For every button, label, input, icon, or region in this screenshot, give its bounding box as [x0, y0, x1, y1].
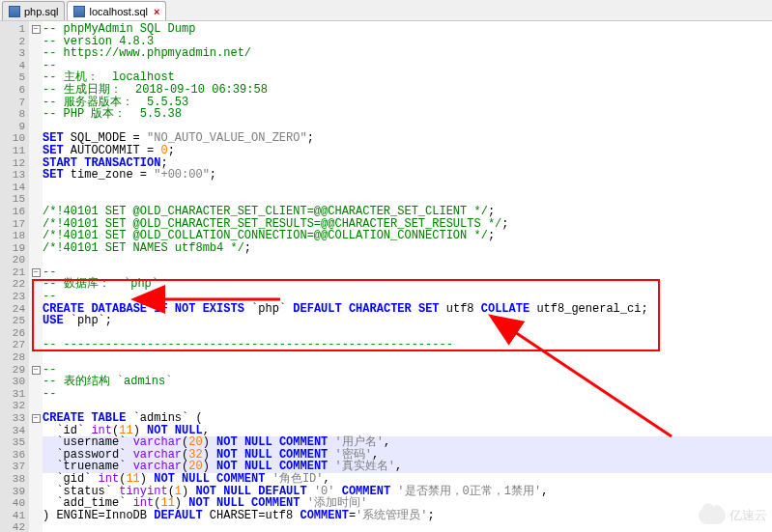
fold-cell	[29, 254, 43, 266]
watermark-text: 亿速云	[729, 507, 767, 524]
fold-cell	[29, 169, 43, 182]
fold-cell	[29, 497, 43, 510]
fold-cell	[29, 193, 43, 206]
line-number: 1	[0, 23, 29, 36]
line-number: 42	[0, 521, 29, 532]
code-line[interactable]: -- PHP 版本： 5.5.38	[43, 108, 772, 121]
code-line[interactable]: -- https://www.phpmyadmin.net/	[43, 47, 772, 60]
fold-cell	[29, 47, 43, 60]
tab-localhost-sql[interactable]: localhost.sql ×	[67, 1, 166, 20]
line-number: 16	[0, 206, 29, 218]
tab-php-sql[interactable]: php.sql	[2, 1, 65, 20]
save-icon	[73, 6, 85, 17]
line-number: 30	[0, 376, 29, 388]
code-line[interactable]: /*!40101 SET NAMES utf8mb4 */;	[43, 242, 772, 255]
line-number: 8	[0, 108, 29, 121]
fold-cell	[29, 449, 43, 462]
fold-cell	[29, 315, 43, 327]
line-number: 3	[0, 47, 29, 60]
fold-cell[interactable]: −	[29, 266, 43, 279]
line-number: 18	[0, 230, 29, 242]
fold-cell	[29, 108, 43, 121]
line-number: 2	[0, 36, 29, 48]
fold-cell[interactable]: −	[29, 23, 43, 36]
code-line[interactable]: -- -------------------------------------…	[43, 339, 772, 351]
line-number: 39	[0, 486, 29, 498]
fold-cell	[29, 278, 43, 291]
fold-minus-icon[interactable]: −	[32, 366, 41, 375]
code-line[interactable]: CREATE DATABASE IF NOT EXISTS `php` DEFA…	[43, 303, 772, 316]
fold-cell	[29, 376, 43, 388]
cloud-icon	[699, 507, 726, 524]
fold-cell	[29, 121, 43, 133]
fold-cell	[29, 71, 43, 84]
fold-cell	[29, 218, 43, 231]
fold-cell	[29, 97, 43, 109]
line-number: 10	[0, 132, 29, 145]
code-area[interactable]: -- phpMyAdmin SQL Dump-- version 4.8.3--…	[43, 21, 772, 532]
code-line[interactable]	[43, 182, 772, 194]
code-line[interactable]: -- 数据库： `php`	[43, 278, 772, 291]
fold-cell	[29, 303, 43, 316]
code-line[interactable]: ) ENGINE=InnoDB DEFAULT CHARSET=utf8 COM…	[43, 510, 772, 522]
code-editor[interactable]: 1234567891011121314151617181920212223242…	[0, 21, 772, 532]
fold-cell[interactable]: −	[29, 412, 43, 425]
fold-cell	[29, 425, 43, 437]
fold-cell	[29, 60, 43, 72]
code-line[interactable]: -- 表的结构 `admins`	[43, 376, 772, 388]
code-line[interactable]: SET time_zone = "+00:00";	[43, 169, 772, 182]
line-number: 34	[0, 425, 29, 437]
fold-cell	[29, 206, 43, 218]
save-icon	[9, 6, 20, 17]
line-number: 31	[0, 388, 29, 401]
fold-cell	[29, 132, 43, 145]
fold-cell	[29, 84, 43, 97]
line-number: 25	[0, 315, 29, 327]
close-icon[interactable]: ×	[154, 6, 159, 17]
line-number: 9	[0, 121, 29, 133]
code-line[interactable]	[43, 351, 772, 364]
line-number: 26	[0, 327, 29, 340]
line-number: 6	[0, 84, 29, 97]
watermark: 亿速云	[699, 507, 767, 524]
line-number: 21	[0, 266, 29, 279]
fold-cell	[29, 242, 43, 255]
code-line[interactable]	[43, 521, 772, 532]
line-number: 14	[0, 182, 29, 194]
line-number: 13	[0, 169, 29, 182]
line-number: 41	[0, 510, 29, 522]
line-number: 22	[0, 278, 29, 291]
fold-cell	[29, 36, 43, 48]
line-number: 5	[0, 71, 29, 84]
fold-minus-icon[interactable]: −	[32, 268, 41, 277]
fold-cell	[29, 230, 43, 242]
line-number: 17	[0, 218, 29, 231]
line-number: 19	[0, 242, 29, 255]
code-line[interactable]: USE `php`;	[43, 315, 772, 327]
line-number: 28	[0, 351, 29, 364]
fold-cell[interactable]: −	[29, 364, 43, 377]
fold-cell	[29, 327, 43, 340]
line-number: 20	[0, 254, 29, 266]
fold-minus-icon[interactable]: −	[32, 414, 41, 423]
code-line[interactable]: --	[43, 388, 772, 401]
fold-cell	[29, 182, 43, 194]
fold-minus-icon[interactable]: −	[32, 25, 41, 34]
line-number: 33	[0, 412, 29, 425]
fold-cell	[29, 145, 43, 157]
line-number-gutter: 1234567891011121314151617181920212223242…	[0, 21, 29, 532]
fold-cell	[29, 486, 43, 498]
fold-cell	[29, 461, 43, 473]
fold-column[interactable]: −−−−	[29, 21, 43, 532]
fold-cell	[29, 157, 43, 170]
fold-cell	[29, 388, 43, 401]
line-number: 11	[0, 145, 29, 157]
line-number: 7	[0, 97, 29, 109]
line-number: 23	[0, 291, 29, 303]
fold-cell	[29, 351, 43, 364]
line-number: 40	[0, 497, 29, 510]
line-number: 15	[0, 193, 29, 206]
code-line[interactable]	[43, 254, 772, 266]
line-number: 32	[0, 400, 29, 412]
line-number: 38	[0, 473, 29, 486]
